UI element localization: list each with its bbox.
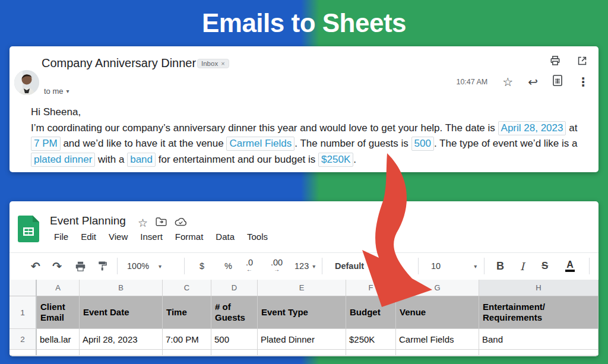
toolbar-separator [322, 258, 322, 274]
email-message-actions: 10:47 AM ☆ ↩ ⋮ [456, 75, 589, 88]
header-cell-A1[interactable]: Client Email [37, 296, 80, 329]
email-subject: Company Anniversary Dinner [42, 56, 196, 70]
bold-button[interactable]: B [496, 253, 504, 279]
email-paragraph: I’m coordinating our company’s anniversa… [31, 121, 594, 168]
star-icon[interactable]: ☆ [138, 217, 148, 229]
chevron-down-icon: ▾ [159, 263, 162, 270]
column-header-H[interactable]: H [479, 280, 598, 296]
font-select[interactable]: Default [335, 253, 364, 279]
email-text: for entertainment and our budget is [156, 154, 318, 165]
select-all-corner[interactable] [10, 280, 37, 296]
email-text: I’m coordinating our company’s anniversa… [31, 122, 498, 134]
sheets-menubar: FileEditViewInsertFormatDataTools [49, 230, 273, 243]
format-currency-button[interactable]: $ [200, 253, 204, 279]
font-size-select[interactable]: 10▾ [431, 253, 477, 279]
data-cell-F2[interactable]: $250K [346, 329, 396, 350]
from-line[interactable]: to me ▾ [44, 87, 69, 96]
column-header-C[interactable]: C [163, 280, 211, 296]
decrease-decimal-button[interactable]: .0← [246, 253, 253, 279]
details-chevron-icon[interactable]: ▾ [66, 88, 69, 94]
print-icon[interactable] [75, 253, 86, 279]
more-formats-button[interactable]: 123▾ [294, 253, 315, 279]
spreadsheet-grid: ABCDEFGH1Client EmailEvent DateTime# of … [10, 280, 598, 356]
highlighted-value-chip: band [127, 153, 156, 167]
sheets-toolbar: ↶ ↷ 100%▾ $ % .0← .00→ 123▾ [10, 252, 598, 280]
highlighted-value-chip: $250K [318, 153, 353, 167]
zoom-select[interactable]: 100%▾ [127, 253, 162, 279]
italic-button[interactable]: I [520, 253, 524, 279]
header-cell-D1[interactable]: # of Guests [211, 296, 258, 329]
data-cell-A2[interactable]: bella.lar [37, 329, 80, 350]
reply-icon[interactable]: ↩ [528, 76, 538, 88]
data-cell-H3[interactable] [479, 350, 598, 356]
more-vert-icon[interactable]: ⋮ [577, 76, 589, 88]
sheets-panel: Event Planning ☆ FileEditViewInsertForma… [10, 201, 598, 356]
data-cell-F3[interactable] [346, 350, 396, 356]
print-icon[interactable] [549, 55, 561, 69]
data-cell-E2[interactable]: Plated Dinner [258, 329, 346, 350]
row-header-1[interactable]: 1 [10, 296, 37, 329]
menu-item-tools[interactable]: Tools [242, 230, 273, 243]
highlighted-value-chip: 7 PM [31, 137, 61, 151]
data-cell-C3[interactable] [163, 350, 211, 356]
paint-format-icon[interactable] [97, 253, 108, 279]
move-folder-icon[interactable] [156, 217, 167, 229]
spreadsheet-title[interactable]: Event Planning [50, 214, 126, 227]
data-cell-D2[interactable]: 500 [211, 329, 258, 350]
highlighted-value-chip: April 28, 2023 [498, 121, 566, 135]
data-cell-D3[interactable] [211, 350, 258, 356]
highlighted-value-chip: Carmel Fields [226, 137, 294, 151]
row-header-2[interactable]: 2 [10, 329, 37, 350]
data-cell-H2[interactable]: Band [479, 329, 598, 350]
row-header-3[interactable] [10, 350, 37, 356]
data-cell-E3[interactable] [258, 350, 346, 356]
toolbar-separator [484, 258, 484, 274]
cloud-saved-icon[interactable] [175, 217, 187, 229]
data-cell-C2[interactable]: 7:00 PM [163, 329, 211, 350]
google-sheets-logo[interactable] [18, 216, 39, 245]
header-cell-H1[interactable]: Entertainment/ Requirements [479, 296, 598, 329]
redo-button[interactable]: ↷ [52, 253, 62, 279]
column-header-B[interactable]: B [80, 280, 163, 296]
data-cell-B2[interactable]: April 28, 2023 [80, 329, 163, 350]
menu-item-format[interactable]: Format [170, 230, 209, 243]
header-cell-G1[interactable]: Venue [396, 296, 479, 329]
undo-button[interactable]: ↶ [31, 253, 40, 279]
column-header-G[interactable]: G [396, 280, 479, 296]
header-cell-B1[interactable]: Event Date [80, 296, 163, 329]
sender-avatar[interactable] [14, 70, 39, 95]
data-cell-G2[interactable]: Carmel Fields [396, 329, 479, 350]
toolbar-separator [589, 258, 590, 274]
column-header-A[interactable]: A [37, 280, 80, 296]
star-icon[interactable]: ☆ [502, 76, 513, 88]
email-text: . [353, 154, 356, 165]
data-cell-B3[interactable] [80, 350, 163, 356]
format-percent-button[interactable]: % [224, 253, 232, 279]
header-cell-F1[interactable]: Budget [346, 296, 396, 329]
menu-item-view[interactable]: View [103, 230, 133, 243]
column-header-D[interactable]: D [211, 280, 258, 296]
chevron-down-icon: ▾ [474, 263, 477, 270]
export-to-sheets-icon[interactable] [553, 75, 562, 88]
data-cell-A3[interactable] [37, 350, 80, 356]
data-cell-G3[interactable] [396, 350, 479, 356]
increase-decimal-button[interactable]: .00→ [271, 253, 283, 279]
menu-item-file[interactable]: File [49, 230, 74, 243]
highlighted-value-chip: plated dinner [31, 153, 95, 167]
text-color-button[interactable]: A [565, 253, 575, 279]
column-header-E[interactable]: E [258, 280, 346, 296]
banner: Emails to Sheets [0, 0, 608, 46]
avatar-image [14, 70, 39, 95]
column-header-F[interactable]: F [346, 280, 396, 296]
inbox-label-chip[interactable]: Inbox × [197, 59, 229, 68]
menu-item-insert[interactable]: Insert [135, 230, 168, 243]
header-cell-E1[interactable]: Event Type [258, 296, 346, 329]
chevron-down-icon: ▾ [312, 263, 315, 270]
remove-label-icon[interactable]: × [221, 60, 224, 67]
email-timestamp: 10:47 AM [456, 78, 487, 86]
header-cell-C1[interactable]: Time [163, 296, 211, 329]
menu-item-edit[interactable]: Edit [75, 230, 102, 243]
open-in-new-icon[interactable] [577, 55, 588, 69]
strikethrough-button[interactable]: S [542, 253, 548, 279]
menu-item-data[interactable]: Data [210, 230, 240, 243]
